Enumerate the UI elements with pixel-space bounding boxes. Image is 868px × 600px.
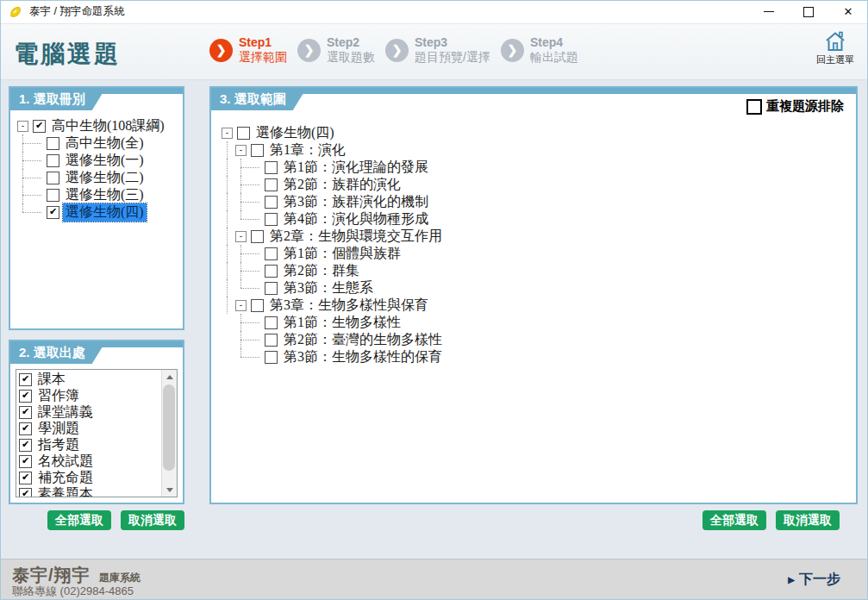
step-4[interactable]: ❯ Step4 輸出試題 — [501, 35, 578, 65]
step-1[interactable]: ❯ Step1 選擇範圍 — [209, 35, 287, 65]
home-button[interactable]: 回主選單 — [811, 30, 859, 66]
checkbox[interactable] — [265, 213, 278, 226]
tree-item[interactable]: 第1節：演化理論的發展 — [222, 159, 852, 176]
checkbox[interactable] — [265, 282, 278, 295]
expander-toggle[interactable]: - — [235, 145, 247, 156]
checkbox[interactable] — [251, 230, 264, 243]
tree-item-label[interactable]: 選修生物(四) — [253, 124, 337, 142]
tree-item-label[interactable]: 課本 — [35, 371, 68, 389]
tree-item-label[interactable]: 高中生物(全) — [63, 134, 147, 153]
tree-item[interactable]: -選修生物(四) — [222, 124, 852, 141]
list-item[interactable]: ✔指考題 — [19, 437, 159, 453]
list-item[interactable]: ✔課堂講義 — [19, 404, 159, 421]
tree-item-label[interactable]: 第2節：臺灣的生物多樣性 — [281, 331, 445, 349]
checkbox[interactable]: ✔ — [19, 455, 32, 468]
tree-item[interactable]: -第1章：演化 — [222, 141, 852, 159]
tree-item-label[interactable]: 課堂講義 — [35, 403, 96, 422]
tree-item-label[interactable]: 第2章：生物與環境交互作用 — [267, 228, 445, 246]
checkbox[interactable]: ✔ — [19, 439, 32, 452]
tree-item[interactable]: 第3節：生態系 — [222, 279, 852, 297]
tree-item[interactable]: 選修生物(一) — [17, 152, 179, 169]
tree-item-label[interactable]: 補充命題 — [35, 469, 96, 487]
checkbox[interactable] — [265, 351, 278, 364]
checkbox[interactable] — [47, 154, 59, 167]
checkbox[interactable]: ✔ — [47, 206, 59, 219]
tree-item-label[interactable]: 第2節：族群的演化 — [281, 176, 403, 194]
checkbox[interactable] — [251, 299, 264, 312]
checkbox[interactable]: ✔ — [19, 472, 32, 484]
checkbox[interactable] — [265, 178, 278, 191]
tree-item[interactable]: 第4節：演化與物種形成 — [222, 210, 852, 228]
checkbox[interactable] — [47, 137, 59, 150]
tree-item[interactable]: 第3節：族群演化的機制 — [222, 193, 852, 210]
tree-item-label[interactable]: 選修生物(一) — [63, 152, 147, 170]
tree-item-label[interactable]: 第1章：演化 — [267, 141, 348, 159]
list-item[interactable]: ✔素養題本 — [19, 486, 159, 497]
tree-item[interactable]: 第1節：個體與族群 — [222, 245, 852, 262]
checkbox[interactable]: ✔ — [19, 373, 32, 386]
list-item[interactable]: ✔補充命題 — [19, 470, 159, 486]
tree-item[interactable]: 第1節：生物多樣性 — [222, 314, 852, 331]
close-button[interactable]: ✕ — [828, 0, 868, 23]
tree-item[interactable]: 第2節：臺灣的生物多樣性 — [222, 331, 852, 348]
checkbox[interactable] — [265, 316, 278, 329]
tree-item[interactable]: 第2節：群集 — [222, 262, 852, 279]
tree-item-label[interactable]: 第3節：族群演化的機制 — [281, 193, 431, 211]
checkbox[interactable]: ✔ — [19, 406, 32, 419]
panel3-deselect-button[interactable]: 取消選取 — [776, 510, 840, 530]
expander-toggle[interactable]: - — [235, 300, 247, 311]
tree-item[interactable]: ✔選修生物(四) — [17, 203, 179, 221]
tree-item-label[interactable]: 第3節：生態系 — [281, 279, 376, 297]
tree-item-label[interactable]: 第3節：生物多樣性的保育 — [281, 348, 445, 366]
tree-item-label[interactable]: 第1節：生物多樣性 — [281, 314, 403, 332]
checkbox[interactable]: ✔ — [19, 422, 32, 435]
dedupe-checkbox-row[interactable]: 重複題源排除 — [746, 98, 844, 115]
panel3-select-all-button[interactable]: 全部選取 — [703, 510, 766, 530]
minimize-button[interactable] — [749, 0, 789, 23]
panel2-deselect-button[interactable]: 取消選取 — [121, 510, 184, 530]
list-item[interactable]: ✔名校試題 — [19, 453, 159, 470]
tree-item-label[interactable]: 選修生物(三) — [63, 186, 147, 204]
scrollbar[interactable] — [161, 370, 177, 497]
tree-item-label[interactable]: 第1節：演化理論的發展 — [281, 159, 431, 177]
step-3[interactable]: ❯ Step3 題目預覽/選擇 — [385, 35, 490, 65]
maximize-button[interactable] — [789, 0, 828, 23]
tree-item[interactable]: -✔高中生物(108課綱) — [17, 117, 179, 134]
tree-item-label[interactable]: 第4節：演化與物種形成 — [281, 210, 431, 228]
checkbox[interactable] — [251, 144, 264, 157]
tree-item-label[interactable]: 高中生物(108課綱) — [49, 117, 167, 135]
checkbox[interactable] — [237, 127, 250, 140]
tree-item[interactable]: 選修生物(三) — [17, 186, 179, 203]
expander-toggle[interactable]: - — [17, 121, 28, 132]
tree-item[interactable]: -第3章：生物多樣性與保育 — [222, 297, 852, 314]
checkbox[interactable] — [265, 161, 278, 174]
tree-item-label[interactable]: 選修生物(四) — [63, 203, 147, 222]
expander-toggle[interactable]: - — [222, 128, 233, 139]
expander-toggle[interactable]: - — [235, 231, 247, 242]
tree-item-label[interactable]: 選修生物(二) — [63, 169, 147, 187]
tree-item[interactable]: 選修生物(二) — [17, 169, 179, 186]
list-item[interactable]: ✔課本 — [19, 372, 159, 388]
tree-item[interactable]: 高中生物(全) — [17, 134, 179, 152]
tree-item-label[interactable]: 素養題本 — [35, 485, 96, 497]
checkbox[interactable] — [265, 334, 278, 347]
checkbox[interactable]: ✔ — [19, 488, 32, 497]
panel2-select-all-button[interactable]: 全部選取 — [47, 510, 111, 530]
checkbox[interactable] — [47, 172, 59, 184]
tree-item-label[interactable]: 指考題 — [35, 436, 82, 454]
list-item[interactable]: ✔習作簿 — [19, 388, 159, 404]
scrollbar-up-button[interactable] — [162, 370, 177, 384]
tree-item[interactable]: 第2節：族群的演化 — [222, 176, 852, 193]
tree-item-label[interactable]: 學測題 — [35, 420, 82, 438]
tree-item-label[interactable]: 名校試題 — [35, 453, 96, 471]
tree-item-label[interactable]: 習作簿 — [35, 387, 82, 405]
step-2[interactable]: ❯ Step2 選取題數 — [297, 35, 375, 65]
checkbox[interactable] — [265, 247, 278, 260]
tree-item[interactable]: 第3節：生物多樣性的保育 — [222, 348, 852, 366]
checkbox[interactable] — [265, 196, 278, 209]
tree-item-label[interactable]: 第1節：個體與族群 — [281, 245, 403, 263]
list-item[interactable]: ✔學測題 — [19, 421, 159, 437]
checkbox[interactable]: ✔ — [33, 120, 46, 133]
checkbox[interactable] — [47, 189, 59, 202]
tree-item[interactable]: -第2章：生物與環境交互作用 — [222, 228, 852, 245]
